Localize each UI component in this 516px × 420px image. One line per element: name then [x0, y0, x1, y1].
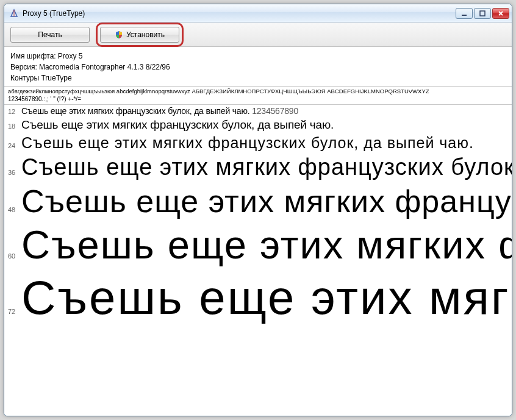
sample-text: Съешь еще этих мягких французских булок,…: [21, 118, 334, 132]
content-area: Имя шрифта: Proxy 5 Версия: Macromedia F…: [4, 47, 512, 416]
font-preview-window: Proxy 5 (TrueType) Печать: [4, 4, 512, 416]
svg-rect-1: [480, 11, 485, 16]
font-name-label: Имя шрифта:: [10, 51, 56, 62]
sample-text: Съешь еще этих мягких французских булок,…: [21, 154, 512, 180]
size-label: 12: [8, 108, 21, 115]
alphabet-strip: абвгдежзийклмнопрстуфхцчшщъыьэюя abcdefg…: [4, 86, 512, 105]
titlebar[interactable]: Proxy 5 (TrueType): [4, 4, 512, 23]
version-label: Версия:: [10, 62, 37, 73]
size-label: 36: [8, 169, 21, 176]
alphabet-line-2: 1234567890.:,; ' " (!?) +-*/=: [8, 95, 508, 103]
alphabet-line-1: абвгдежзийклмнопрстуфхцчшщъыьэюя abcdefg…: [8, 88, 508, 95]
svg-rect-0: [462, 15, 467, 16]
sample-line-72: 72 Съешь еще этих мягких французских бул…: [4, 269, 512, 327]
window-title: Proxy 5 (TrueType): [23, 9, 456, 18]
print-button[interactable]: Печать: [10, 27, 90, 43]
uac-shield-icon: [115, 30, 123, 39]
minimize-button[interactable]: [456, 8, 473, 19]
minimize-icon: [461, 10, 467, 16]
toolbar: Печать Установить: [4, 23, 512, 47]
font-metadata: Имя шрифта: Proxy 5 Версия: Macromedia F…: [4, 47, 512, 86]
size-label: 72: [8, 308, 21, 315]
maximize-icon: [479, 10, 486, 16]
close-button[interactable]: [492, 8, 509, 19]
maximize-button[interactable]: [474, 8, 491, 19]
close-icon: [498, 10, 504, 16]
sample-line-36: 36 Съешь еще этих мягких французских бул…: [4, 153, 512, 182]
sample-text: Съешь еще этих мягких французских булок,…: [21, 222, 512, 268]
size-label: 18: [8, 123, 21, 130]
sample-text: Съешь еще этих мягких французских булок,…: [21, 183, 512, 219]
sample-line-12: 12 Съешь еще этих мягких французских бул…: [4, 105, 512, 117]
sample-line-18: 18 Съешь еще этих мягких французских бул…: [4, 117, 512, 133]
highlight-annotation: Установить: [96, 23, 184, 47]
print-button-label: Печать: [38, 30, 62, 39]
size-label: 24: [8, 142, 21, 149]
size-label: 60: [8, 252, 21, 260]
size-label: 48: [8, 206, 21, 213]
outlines-value: Контуры TrueType: [10, 73, 72, 84]
version-value: Macromedia Fontographer 4.1.3 8/22/96: [39, 62, 170, 73]
window-controls: [456, 8, 509, 19]
sample-line-24: 24 Съешь еще этих мягких французских бул…: [4, 133, 512, 153]
sample-text: Съешь еще этих мягких французских булок,…: [21, 106, 298, 116]
font-name-value: Proxy 5: [58, 51, 83, 62]
sample-text: Съешь еще этих мягких французских булок,…: [21, 270, 512, 326]
install-button[interactable]: Установить: [100, 27, 179, 43]
app-icon: [9, 9, 19, 18]
sample-text: Съешь еще этих мягких французских булок,…: [21, 134, 474, 152]
sample-line-60: 60 Съешь еще этих мягких французских бул…: [4, 221, 512, 269]
install-button-label: Установить: [126, 30, 165, 39]
sample-line-48: 48 Съешь еще этих мягких французских бул…: [4, 182, 512, 221]
